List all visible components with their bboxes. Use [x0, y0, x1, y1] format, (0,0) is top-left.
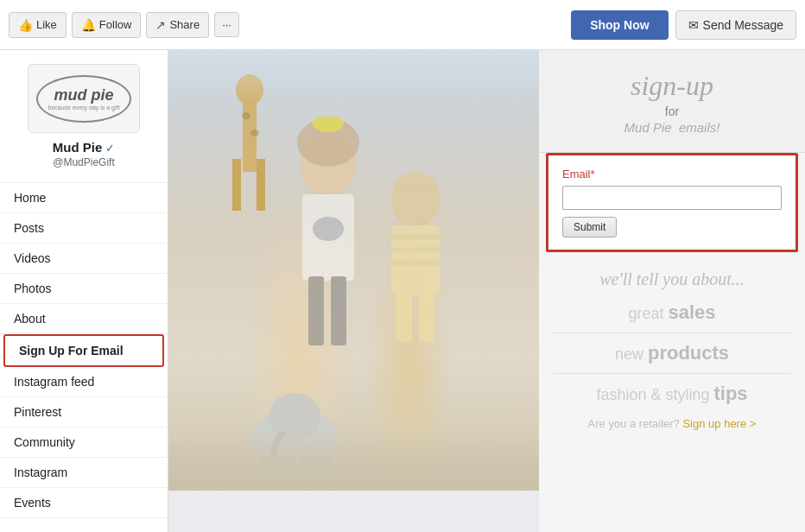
like-button[interactable]: 👍 Like	[9, 12, 67, 38]
page-name-row: Mud Pie ✓	[53, 140, 116, 156]
profile-section: mud pie because every day is a gift Mud …	[0, 50, 168, 183]
signup-brand: Mud Pie emails!	[556, 120, 788, 135]
svg-point-10	[313, 217, 344, 241]
top-bar: 👍 Like 🔔 Follow ↗ Share ··· Shop Now ✉ S…	[0, 0, 805, 50]
svg-point-5	[250, 130, 259, 136]
promo-item-products: new products	[553, 342, 791, 364]
more-button[interactable]: ···	[214, 12, 239, 37]
svg-rect-17	[391, 260, 440, 265]
submit-button[interactable]: Submit	[562, 217, 617, 238]
sidebar-item-community[interactable]: Community	[0, 428, 168, 458]
sidebar-item-home[interactable]: Home	[0, 183, 168, 213]
send-message-button[interactable]: ✉ Send Message	[675, 10, 796, 40]
sidebar-item-about[interactable]: About	[0, 304, 168, 334]
svg-rect-16	[391, 247, 440, 252]
email-required-star: *	[591, 168, 595, 180]
like-label: Like	[36, 18, 57, 31]
signup-emails-text: emails!	[679, 120, 720, 135]
sidebar-item-videos[interactable]: Videos	[0, 244, 168, 274]
top-bar-right: Shop Now ✉ Send Message	[571, 10, 796, 40]
svg-rect-19	[419, 290, 434, 342]
promo-tips-bold: tips	[713, 383, 747, 404]
retailer-link[interactable]: Sign up here >	[682, 417, 756, 430]
signup-brand-text: Mud Pie	[624, 120, 672, 135]
sidebar-nav: Home Posts Videos Photos About Sign Up F…	[0, 183, 168, 518]
email-input[interactable]	[562, 186, 782, 210]
promo-tips-plain: fashion & styling	[596, 386, 713, 403]
svg-rect-12	[331, 276, 346, 345]
follow-icon: 🔔	[81, 18, 96, 32]
follow-label: Follow	[99, 18, 132, 31]
page-handle: @MudPieGift	[53, 156, 115, 168]
sidebar-item-events[interactable]: Events	[0, 488, 168, 518]
promo-products-plain: new	[615, 345, 648, 363]
promo-sales-bold: sales	[668, 301, 715, 323]
center-content	[168, 50, 539, 532]
submit-label: Submit	[574, 221, 605, 233]
retailer-text-label: Are you a retailer?	[588, 417, 680, 430]
main-content: mud pie because every day is a gift Mud …	[0, 50, 805, 532]
email-label: Email*	[562, 168, 782, 180]
more-label: ···	[222, 18, 231, 31]
svg-rect-11	[308, 276, 324, 345]
right-panel: sign-up for Mud Pie emails! Email* Submi…	[539, 50, 805, 532]
send-message-label: Send Message	[703, 18, 783, 32]
promo-item-sales: great sales	[553, 301, 791, 324]
promo-section: we'll tell you about... great sales new …	[539, 252, 805, 447]
signup-title: sign-up	[556, 71, 788, 101]
logo-oval: mud pie because every day is a gift	[36, 75, 131, 123]
promo-divider-1	[553, 332, 791, 333]
logo-brand: mud pie	[54, 86, 113, 104]
send-message-icon: ✉	[688, 18, 699, 32]
svg-rect-15	[391, 234, 440, 239]
svg-point-4	[242, 112, 250, 119]
sidebar-item-photos[interactable]: Photos	[0, 274, 168, 304]
logo-tagline: because every day is a gift	[48, 104, 120, 111]
signup-for: for	[556, 104, 788, 118]
scene-overlay	[168, 439, 539, 491]
email-form-section: Email* Submit	[546, 153, 798, 252]
promo-divider-2	[553, 373, 791, 374]
retailer-section: Are you a retailer? Sign up here >	[553, 417, 791, 430]
promo-item-tips: fashion & styling tips	[553, 383, 791, 405]
svg-rect-2	[232, 159, 241, 211]
retailer-link-text: Sign up here >	[682, 417, 756, 430]
email-label-text: Email	[562, 168, 591, 180]
verified-icon: ✓	[105, 142, 115, 155]
like-icon: 👍	[18, 18, 33, 32]
logo-box: mud pie because every day is a gift	[28, 64, 140, 133]
sidebar-item-instagram[interactable]: Instagram	[0, 458, 168, 488]
follow-button[interactable]: 🔔 Follow	[72, 12, 142, 38]
svg-rect-18	[396, 290, 412, 342]
sidebar-item-posts[interactable]: Posts	[0, 213, 168, 244]
signup-for-text: for	[665, 104, 679, 118]
svg-point-13	[391, 172, 440, 227]
shop-now-button[interactable]: Shop Now	[571, 10, 668, 40]
photo-hero	[168, 50, 539, 491]
share-button[interactable]: ↗ Share	[146, 12, 209, 38]
shop-now-label: Shop Now	[590, 18, 649, 32]
signup-banner: sign-up for Mud Pie emails!	[539, 50, 805, 153]
action-buttons: 👍 Like 🔔 Follow ↗ Share ···	[9, 12, 239, 38]
page-name: Mud Pie	[53, 140, 103, 155]
promo-intro: we'll tell you about...	[553, 269, 791, 289]
share-icon: ↗	[155, 18, 166, 32]
share-label: Share	[169, 18, 200, 31]
svg-rect-3	[257, 159, 265, 211]
promo-sales-plain: great	[628, 305, 668, 322]
sidebar-item-sign-up-for-email[interactable]: Sign Up For Email	[3, 334, 164, 367]
hero-image	[168, 50, 539, 491]
children-scene	[168, 50, 539, 491]
promo-products-bold: products	[648, 342, 729, 364]
sidebar: mud pie because every day is a gift Mud …	[0, 50, 168, 532]
sidebar-item-pinterest[interactable]: Pinterest	[0, 397, 168, 428]
sidebar-item-instagram-feed[interactable]: Instagram feed	[0, 367, 168, 397]
